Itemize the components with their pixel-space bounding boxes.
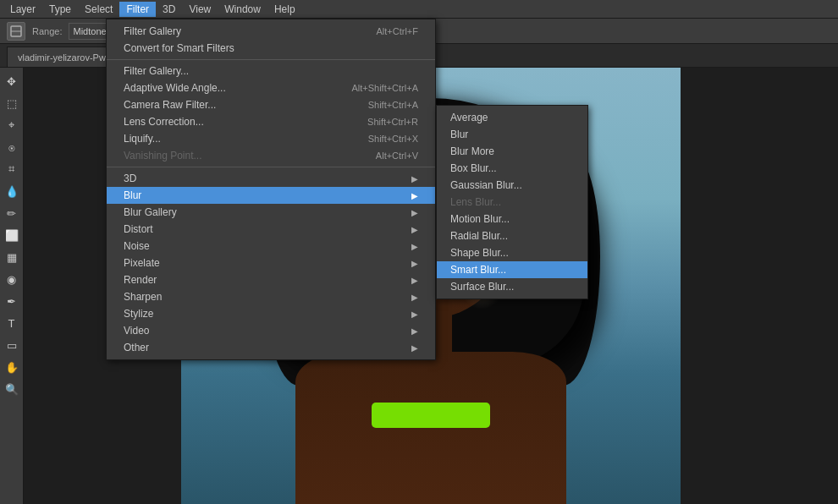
distort-label: Distort (124, 223, 153, 235)
lasso-tool[interactable]: ⌖ (2, 115, 22, 135)
other-arrow-icon: ▶ (411, 343, 418, 353)
crop-tool[interactable]: ⌗ (2, 159, 22, 179)
filter-dropdown-menu: Filter Gallery Alt+Ctrl+F Convert for Sm… (106, 19, 436, 360)
liquify-item[interactable]: Liquify... Shift+Ctrl+X (107, 130, 435, 147)
eraser-tool[interactable]: ⬜ (2, 225, 22, 245)
motion-blur-item[interactable]: Motion Blur... (437, 211, 587, 227)
liquify-shortcut: Shift+Ctrl+X (368, 134, 418, 144)
video-label: Video (124, 325, 149, 337)
blur-gallery-label: Blur Gallery (124, 206, 177, 218)
camera-raw-item[interactable]: Camera Raw Filter... Shift+Ctrl+A (107, 96, 435, 113)
convert-smart-label: Convert for Smart Filters (124, 42, 234, 54)
other-item[interactable]: Other ▶ (107, 339, 435, 356)
filter-gallery-shortcut-label: Filter Gallery (124, 25, 181, 37)
eyedropper-tool[interactable]: 💧 (2, 181, 22, 201)
render-arrow-icon: ▶ (411, 276, 418, 285)
blur-more-item[interactable]: Blur More (437, 143, 587, 160)
shape-tool[interactable]: ▭ (2, 335, 22, 355)
video-arrow-icon: ▶ (411, 326, 418, 336)
vanishing-point-shortcut: Alt+Ctrl+V (376, 151, 418, 161)
video-item[interactable]: Video ▶ (107, 322, 435, 339)
blur-tool[interactable]: ◉ (2, 269, 22, 289)
radial-blur-item[interactable]: Radial Blur... (437, 227, 587, 244)
sharpen-item[interactable]: Sharpen ▶ (107, 288, 435, 305)
magic-wand-tool[interactable]: ⍟ (2, 137, 22, 157)
3d-arrow-icon: ▶ (411, 174, 418, 184)
blur-gallery-arrow-icon: ▶ (411, 208, 418, 217)
surface-blur-item[interactable]: Surface Blur... (437, 278, 587, 295)
lens-correction-shortcut: Shift+Ctrl+R (367, 117, 418, 127)
distort-item[interactable]: Distort ▶ (107, 221, 435, 238)
separator-1 (107, 59, 435, 60)
average-item[interactable]: Average (437, 109, 587, 126)
menu-type[interactable]: Type (42, 2, 78, 17)
distort-arrow-icon: ▶ (411, 225, 418, 234)
liquify-label: Liquify... (124, 133, 161, 145)
zoom-tool[interactable]: 🔍 (2, 379, 22, 399)
sharpen-arrow-icon: ▶ (411, 293, 418, 302)
box-blur-item[interactable]: Box Blur... (437, 160, 587, 177)
stylize-label: Stylize (124, 308, 153, 320)
blur-arrow-icon: ▶ (411, 191, 418, 200)
gaussian-blur-item[interactable]: Gaussian Blur... (437, 177, 587, 194)
menu-help[interactable]: Help (267, 2, 302, 17)
menu-filter[interactable]: Filter (119, 2, 156, 17)
left-toolbar: ✥ ⬚ ⌖ ⍟ ⌗ 💧 ✏ ⬜ ▦ ◉ ✒ T ▭ ✋ 🔍 (0, 68, 24, 504)
blur-item[interactable]: Blur (437, 126, 587, 143)
stylize-item[interactable]: Stylize ▶ (107, 305, 435, 322)
noise-item[interactable]: Noise ▶ (107, 238, 435, 255)
pixelate-arrow-icon: ▶ (411, 259, 418, 268)
brush-tool[interactable]: ✏ (2, 203, 22, 223)
filter-gallery-label: Filter Gallery... (124, 65, 189, 77)
separator-2 (107, 167, 435, 167)
noise-label: Noise (124, 240, 150, 252)
adaptive-wide-shortcut: Alt+Shift+Ctrl+A (351, 83, 418, 93)
smart-blur-item[interactable]: Smart Blur... (437, 261, 587, 278)
render-item[interactable]: Render ▶ (107, 271, 435, 288)
menu-view[interactable]: View (182, 2, 218, 17)
select-tool[interactable]: ⬚ (2, 93, 22, 113)
menu-bar: Layer Type Select Filter 3D View Window … (0, 0, 838, 19)
filter-gallery-shortcut-item[interactable]: Filter Gallery Alt+Ctrl+F (107, 23, 435, 40)
noise-arrow-icon: ▶ (411, 242, 418, 251)
pixelate-item[interactable]: Pixelate ▶ (107, 255, 435, 271)
pen-tool[interactable]: ✒ (2, 291, 22, 311)
lens-blur-item: Lens Blur... (437, 194, 587, 211)
blur-label: Blur (124, 189, 141, 201)
menu-layer[interactable]: Layer (3, 2, 42, 17)
filter-gallery-shortcut-key: Alt+Ctrl+F (376, 26, 418, 36)
blur-submenu-item[interactable]: Blur ▶ (107, 187, 435, 204)
text-tool[interactable]: T (2, 313, 22, 333)
hand-tool[interactable]: ✋ (2, 357, 22, 377)
range-label: Range: (32, 26, 62, 36)
camera-raw-shortcut: Shift+Ctrl+A (368, 100, 418, 110)
gradient-tool[interactable]: ▦ (2, 247, 22, 267)
lens-correction-item[interactable]: Lens Correction... Shift+Ctrl+R (107, 113, 435, 130)
sharpen-label: Sharpen (124, 291, 162, 303)
blur-submenu-menu: Average Blur Blur More Box Blur... Gauss… (436, 105, 588, 299)
convert-smart-filters-item[interactable]: Convert for Smart Filters (107, 40, 435, 57)
stylize-arrow-icon: ▶ (411, 310, 418, 319)
adaptive-wide-label: Adaptive Wide Angle... (124, 82, 226, 94)
vanishing-point-label: Vanishing Point... (124, 150, 202, 162)
3d-submenu-item[interactable]: 3D ▶ (107, 170, 435, 187)
render-label: Render (124, 274, 157, 286)
lens-correction-label: Lens Correction... (124, 116, 204, 128)
3d-label: 3D (124, 173, 136, 184)
camera-raw-label: Camera Raw Filter... (124, 99, 216, 111)
pixelate-label: Pixelate (124, 257, 160, 269)
shape-blur-item[interactable]: Shape Blur... (437, 244, 587, 261)
menu-window[interactable]: Window (218, 2, 267, 17)
other-label: Other (124, 342, 149, 353)
filter-gallery-item[interactable]: Filter Gallery... (107, 63, 435, 79)
adaptive-wide-angle-item[interactable]: Adaptive Wide Angle... Alt+Shift+Ctrl+A (107, 79, 435, 96)
blur-gallery-item[interactable]: Blur Gallery ▶ (107, 204, 435, 221)
vanishing-point-item: Vanishing Point... Alt+Ctrl+V (107, 147, 435, 164)
menu-select[interactable]: Select (78, 2, 119, 17)
menu-3d[interactable]: 3D (156, 2, 182, 17)
tool-icon[interactable] (7, 22, 25, 41)
move-tool[interactable]: ✥ (2, 71, 22, 91)
